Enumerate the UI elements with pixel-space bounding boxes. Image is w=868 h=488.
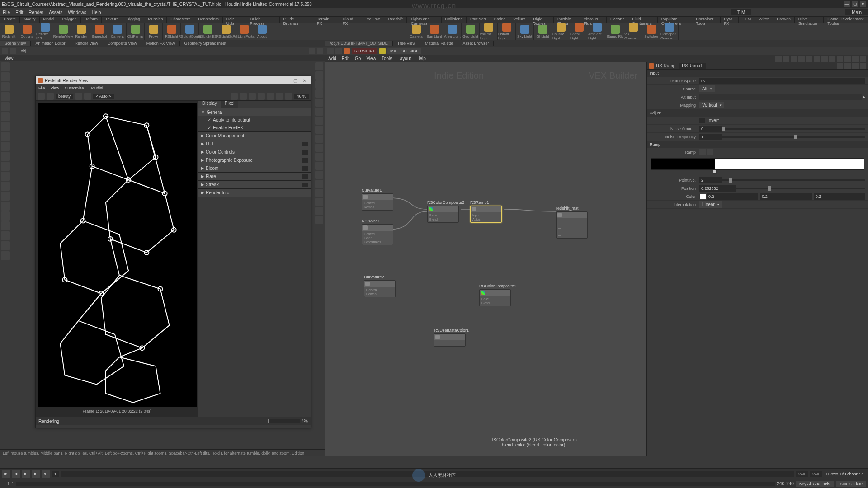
window-maximize[interactable]: ▢	[852, 1, 858, 7]
ne-menu-view[interactable]: View	[363, 56, 379, 61]
param-pointno-slider[interactable]	[722, 179, 865, 181]
param-source-dropdown[interactable]: Alt ▾	[699, 85, 715, 92]
menu-file[interactable]: File	[0, 10, 13, 15]
viewport-right-icon-17[interactable]	[315, 216, 323, 224]
rv-grid4[interactable]	[258, 93, 265, 100]
viewport-right-icon-4[interactable]	[315, 99, 323, 107]
sb-key-all[interactable]: Key All Channels	[796, 481, 834, 487]
ne-fwd[interactable]	[335, 48, 342, 54]
param-noise-freq-slider[interactable]	[722, 136, 865, 138]
shelf-right-tab-8[interactable]: Oceans	[607, 17, 628, 23]
shelf-right-tab-5[interactable]: Rigid Bodies	[529, 17, 554, 23]
tl-play[interactable]: ▶	[22, 470, 30, 478]
rv-reload[interactable]	[75, 93, 82, 100]
rv-menu-view[interactable]: View	[48, 86, 62, 90]
shelf-right-tab-16[interactable]: Drive Simulation	[795, 17, 824, 23]
viewport-tool-0[interactable]	[1, 62, 10, 71]
sb-start[interactable]: 1	[7, 481, 10, 486]
ne-tab-2[interactable]: Material Palette	[420, 41, 458, 46]
rv-aov-dropdown[interactable]: beauty	[56, 94, 73, 99]
param-interp-dropdown[interactable]: Linear ▾	[699, 201, 722, 208]
ne-toolbar-icon-2[interactable]	[791, 56, 797, 62]
shelf-right-tool-9[interactable]: Portal Light	[570, 23, 588, 40]
ne-menu-help[interactable]: Help	[414, 56, 429, 61]
path-opt1[interactable]	[309, 48, 315, 54]
sb-auto-update[interactable]: Auto Update	[836, 481, 866, 487]
viewport-right-icon-15[interactable]	[315, 198, 323, 206]
shelf-right-tab-0[interactable]: Lights and Cameras	[407, 17, 442, 23]
shelf-left-tab-2[interactable]: Model	[40, 17, 59, 23]
rv-zoom[interactable]: 46 %	[294, 94, 309, 99]
shelf-right-tool-10[interactable]: Ambient Light	[588, 23, 606, 40]
shelf-left-tab-15[interactable]: Volume	[363, 17, 384, 23]
ne-toolbar-icon-0[interactable]	[775, 56, 782, 62]
param-invert-check[interactable]	[699, 118, 705, 123]
viewport-right-icon-10[interactable]	[315, 153, 323, 161]
shelf-left-tab-9[interactable]: Constraints	[194, 17, 223, 23]
tl-frame[interactable]: 1	[52, 471, 59, 477]
viewport-right-icon-8[interactable]	[315, 135, 323, 143]
shelf-right-tab-6[interactable]: Particle Fluids	[554, 17, 580, 23]
shelf-right-tab-4[interactable]: Vellum	[509, 17, 529, 23]
menu-edit[interactable]: Edit	[13, 10, 26, 15]
rv-grid3[interactable]	[249, 93, 256, 100]
rv-section-colormgmt[interactable]: ▶Color Management	[198, 131, 311, 140]
rv-check-postfx[interactable]: ✓ Enable PostFX	[198, 124, 311, 131]
param-noise-amount-slider[interactable]	[722, 128, 865, 130]
ne-seg-mat[interactable]: MAT_OUTSIDE	[387, 48, 421, 54]
shelf-left-tool-6[interactable]: Camera	[108, 23, 127, 40]
param-section-input[interactable]: Input	[647, 70, 868, 77]
sb-frame[interactable]: 1	[12, 481, 14, 486]
ramp-gradient[interactable]	[651, 158, 864, 170]
ne-menu-go[interactable]: Go	[352, 56, 363, 61]
shelf-right-tool-5[interactable]: Distant Light	[498, 23, 516, 40]
rv-tab-display[interactable]: Display	[198, 101, 221, 108]
viewport-right-icon-12[interactable]	[315, 171, 323, 179]
ne-tab-1[interactable]: Tree View	[393, 41, 420, 46]
pane-tab-0[interactable]: Scene View	[0, 41, 31, 46]
node-rsnoise1[interactable]: RSNoise1 GeneralColorCoordinates	[362, 219, 393, 245]
path-opt2[interactable]	[317, 48, 323, 54]
viewport-tool-8[interactable]	[1, 142, 10, 151]
desktop-dropdown[interactable]: TIM	[731, 9, 751, 15]
shelf-right-tool-8[interactable]: Caustic Light	[552, 23, 570, 40]
shelf-left-tool-1[interactable]: Options	[18, 23, 36, 40]
shelf-left-tab-5[interactable]: Texture	[102, 17, 123, 23]
viewport-right-icon-1[interactable]	[315, 71, 323, 80]
tl-end2[interactable]: 240	[810, 471, 822, 477]
shelf-left-tool-11[interactable]: RSLightIES	[199, 23, 217, 40]
ne-back[interactable]	[327, 48, 334, 54]
shelf-left-tool-2[interactable]: Render IPR	[36, 23, 54, 40]
ne-seg-redshift[interactable]: REDSHIFT	[352, 48, 377, 54]
rv-menu-houdini[interactable]: Houdini	[86, 86, 106, 90]
path-obj[interactable]: obj	[18, 49, 29, 53]
shelf-left-tool-13[interactable]: RSLightPortal	[235, 23, 253, 40]
shelf-left-tool-3[interactable]: RenderView	[54, 23, 72, 40]
rv-section-colorctrl[interactable]: ▶Color Controls	[198, 148, 311, 156]
param-noise-freq[interactable]: 1	[699, 134, 722, 140]
shelf-right-tool-6[interactable]: Sky Light	[516, 23, 534, 40]
rv-min[interactable]: —	[281, 78, 290, 83]
rv-grid7[interactable]	[285, 93, 292, 100]
rv-max[interactable]: ▢	[291, 78, 300, 83]
rv-section-streak[interactable]: ▶Streak	[198, 180, 311, 188]
rv-play[interactable]	[38, 93, 45, 100]
shelf-right-tab-17[interactable]: Game Development Toolset	[824, 17, 868, 23]
pane-tab-2[interactable]: Render View	[70, 41, 103, 46]
rv-grid2[interactable]	[240, 93, 247, 100]
param-section-ramp[interactable]: Ramp	[647, 141, 868, 148]
shelf-left-tab-12[interactable]: Guide Brushes	[280, 17, 313, 23]
ne-toolbar-icon-9[interactable]	[844, 56, 851, 62]
param-position[interactable]: 0.252632	[699, 185, 736, 192]
rv-section-flare[interactable]: ▶Flare	[198, 172, 311, 180]
shelf-right-tool-11[interactable]: Stereo Rig	[606, 23, 624, 40]
viewport-right-icon-16[interactable]	[315, 207, 323, 215]
shelf-left-tab-3[interactable]: Polygon	[58, 17, 81, 23]
shelf-left-tab-13[interactable]: Terrain FX	[313, 17, 339, 23]
viewport-tool-16[interactable]	[1, 221, 10, 230]
rv-lock[interactable]	[84, 93, 91, 100]
shelf-right-tab-14[interactable]: Wires	[755, 17, 773, 23]
viewport-tool-18[interactable]	[1, 241, 10, 250]
menu-assets[interactable]: Assets	[46, 10, 65, 15]
param-noise-amount[interactable]: 0	[699, 126, 722, 132]
